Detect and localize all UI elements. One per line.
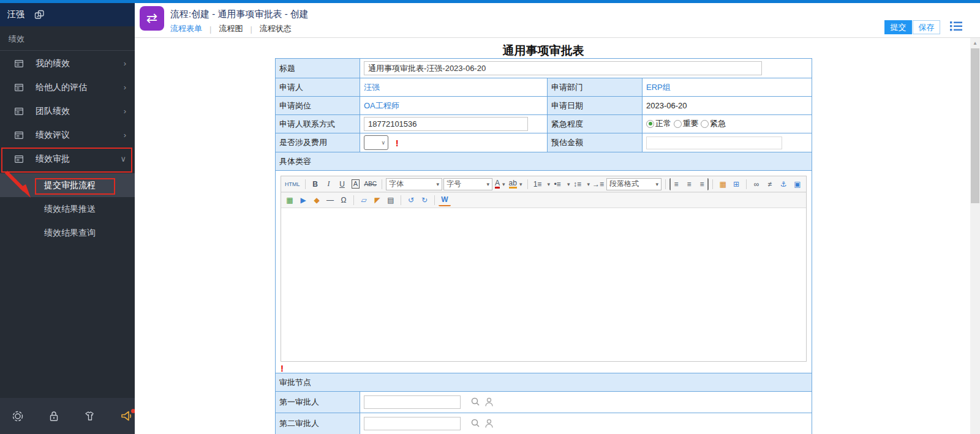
paragraph-format-select[interactable]: 段落格式 ▾ bbox=[606, 178, 662, 190]
toolbar-separator bbox=[527, 179, 528, 189]
undo-button[interactable]: ↺ bbox=[405, 194, 417, 206]
sidebar-subitem-performance-result-query[interactable]: 绩效结果查询 bbox=[0, 221, 135, 245]
sidebar-subitem-label: 绩效结果推送 bbox=[44, 204, 96, 215]
search-icon[interactable] bbox=[470, 418, 481, 430]
select-caret-icon: ∨ bbox=[381, 140, 385, 146]
settings-gear-icon[interactable] bbox=[11, 410, 24, 423]
align-right-button[interactable]: ≡ bbox=[696, 178, 709, 190]
chevron-right-icon: › bbox=[124, 83, 126, 92]
announcement-speaker-icon[interactable] bbox=[119, 409, 134, 424]
expense-select[interactable]: ∨ bbox=[364, 135, 388, 150]
toolbar-separator bbox=[665, 179, 666, 189]
highlight-color-button[interactable]: ab bbox=[509, 179, 517, 189]
sidebar-menu: 我的绩效 › 给他人的评估 › 团队绩效 › 绩效评议 › 绩效审批 ∨ bbox=[0, 51, 135, 171]
paragraph-format-label: 段落格式 bbox=[609, 179, 639, 189]
sidebar-item-evaluate-others[interactable]: 给他人的评估 › bbox=[0, 75, 135, 99]
document-icon bbox=[13, 82, 24, 93]
caret-down-icon: ▾ bbox=[437, 181, 440, 187]
paste-text-button[interactable]: ▤ bbox=[385, 194, 397, 206]
sidebar-item-performance-review[interactable]: 绩效评议 › bbox=[0, 123, 135, 147]
sidebar-item-team-performance[interactable]: 团队绩效 › bbox=[0, 99, 135, 123]
toolbar-separator bbox=[305, 179, 306, 189]
tab-flow-form[interactable]: 流程表单 bbox=[170, 23, 202, 34]
font-color-button[interactable]: A bbox=[495, 179, 500, 189]
align-center-button[interactable]: ≡ bbox=[683, 178, 695, 190]
font-size-select[interactable]: 字号 ▾ bbox=[443, 178, 492, 190]
unlink-button[interactable]: ≠ bbox=[764, 178, 776, 190]
save-button[interactable]: 保存 bbox=[913, 20, 940, 34]
list-menu-icon[interactable] bbox=[949, 20, 963, 34]
redo-button[interactable]: ↻ bbox=[418, 194, 431, 206]
insert-flash-button[interactable]: ◆ bbox=[311, 194, 323, 206]
amount-input[interactable] bbox=[646, 137, 782, 149]
form-content: 通用事项审批表 标题 申请人 汪强 申请部门 ERP组 申请岗位 OA工程师 申… bbox=[135, 38, 970, 434]
sidebar-subitem-performance-result-push[interactable]: 绩效结果推送 bbox=[0, 197, 135, 221]
workflow-icon: ⇄ bbox=[140, 6, 164, 31]
anchor-button[interactable]: ⚓ bbox=[777, 178, 790, 190]
horizontal-rule-button[interactable]: — bbox=[324, 194, 336, 206]
applicant-value-link[interactable]: 汪强 bbox=[364, 83, 380, 92]
vertical-scrollbar[interactable]: ▲ bbox=[970, 38, 980, 434]
insert-image-button[interactable]: ▦ bbox=[717, 178, 729, 190]
approver1-label: 第一审批人 bbox=[276, 392, 360, 413]
search-icon[interactable] bbox=[470, 397, 481, 409]
approver1-input[interactable] bbox=[364, 395, 461, 409]
editor-content-area[interactable] bbox=[281, 208, 806, 361]
paste-from-word-button[interactable]: W bbox=[439, 194, 451, 206]
align-left-button[interactable]: ≡ bbox=[669, 178, 682, 190]
caret-down-icon: ▾ bbox=[519, 181, 522, 187]
title-input[interactable] bbox=[364, 61, 762, 75]
sidebar-item-my-performance[interactable]: 我的绩效 › bbox=[0, 51, 135, 75]
insert-media-button[interactable]: ▶ bbox=[297, 194, 309, 206]
sidebar-item-performance-approval[interactable]: 绩效审批 ∨ bbox=[0, 147, 135, 171]
content-section-label: 具体类容 bbox=[276, 152, 812, 171]
table-row: 标题 bbox=[276, 59, 812, 78]
font-family-label: 字体 bbox=[389, 179, 404, 189]
lock-icon[interactable] bbox=[47, 410, 61, 423]
tab-flow-diagram[interactable]: 流程图 bbox=[219, 23, 243, 34]
table-row: 第二审批人 bbox=[276, 413, 812, 434]
font-style-button[interactable]: A bbox=[352, 179, 360, 189]
line-height-button[interactable]: ↕≡ bbox=[571, 178, 584, 190]
theme-shirt-icon[interactable] bbox=[83, 410, 97, 423]
format-brush-button[interactable]: ◤ bbox=[371, 194, 383, 206]
eraser-button[interactable]: ▱ bbox=[358, 194, 370, 206]
contact-input[interactable] bbox=[364, 117, 528, 131]
urgency-radio-normal[interactable]: 正常 bbox=[646, 118, 671, 129]
numbered-list-button[interactable]: 1≡ bbox=[532, 178, 544, 190]
required-mark: ! bbox=[396, 138, 399, 148]
font-family-select[interactable]: 字体 ▾ bbox=[386, 178, 442, 190]
department-value-link[interactable]: ERP组 bbox=[646, 83, 671, 92]
urgency-radio-urgent[interactable]: 紧急 bbox=[701, 118, 726, 129]
scrollbar-thumb[interactable] bbox=[971, 48, 979, 203]
italic-button[interactable]: I bbox=[323, 178, 335, 190]
sidebar-subitem-submit-approval-flow[interactable]: 提交审批流程 bbox=[0, 173, 135, 197]
urgency-radio-important[interactable]: 重要 bbox=[674, 118, 699, 129]
caret-down-icon: ▾ bbox=[567, 181, 570, 187]
submit-button[interactable]: 提交 bbox=[884, 20, 912, 34]
person-picker-icon[interactable] bbox=[484, 397, 494, 409]
tab-flow-status[interactable]: 流程状态 bbox=[260, 23, 292, 34]
indent-button[interactable]: →≡ bbox=[591, 178, 605, 190]
insert-picture-button[interactable]: ▦ bbox=[284, 194, 296, 206]
toolbar-separator bbox=[353, 195, 354, 205]
underline-button[interactable]: U bbox=[336, 178, 349, 190]
person-picker-icon[interactable] bbox=[484, 418, 494, 430]
radio-label: 重要 bbox=[683, 118, 699, 129]
toolbar-separator bbox=[382, 179, 382, 189]
bold-button[interactable]: B bbox=[309, 178, 322, 190]
strikethrough-button[interactable]: ABC bbox=[363, 178, 379, 190]
expense-label: 是否涉及费用 bbox=[276, 133, 360, 152]
scroll-up-arrow[interactable]: ▲ bbox=[970, 38, 980, 48]
fullscreen-button[interactable]: ▣ bbox=[791, 178, 804, 190]
insert-table-button[interactable]: ⊞ bbox=[730, 178, 742, 190]
link-button[interactable]: ∞ bbox=[750, 178, 763, 190]
html-source-button[interactable]: HTML bbox=[284, 178, 301, 190]
special-char-button[interactable]: Ω bbox=[337, 194, 350, 206]
radio-icon bbox=[674, 120, 682, 128]
date-value: 2023-06-20 bbox=[646, 101, 687, 110]
bullet-list-button[interactable]: •≡ bbox=[551, 178, 564, 190]
position-value-link[interactable]: OA工程师 bbox=[364, 101, 399, 110]
approver2-input[interactable] bbox=[364, 417, 461, 430]
switch-app-icon[interactable] bbox=[33, 9, 45, 21]
